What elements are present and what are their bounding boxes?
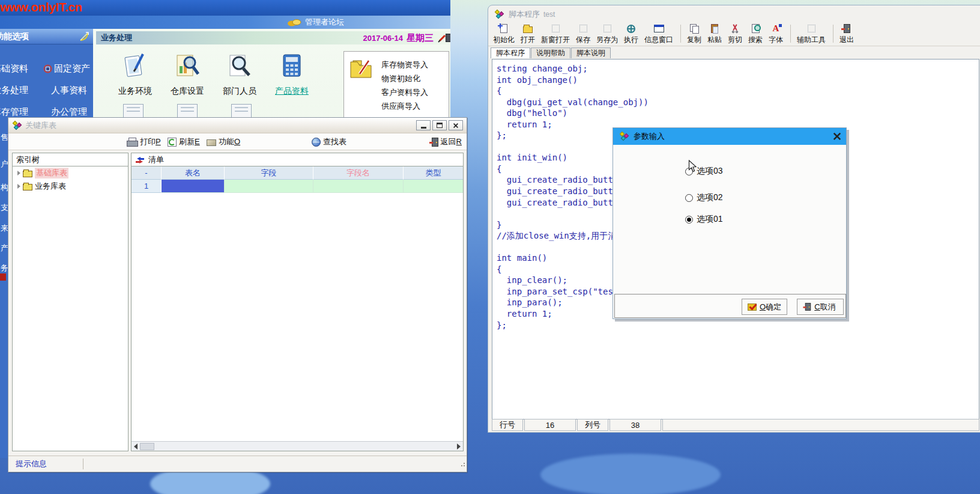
sidebar-item-hr[interactable]: 人事资料 <box>51 84 87 96</box>
toolbar-separator <box>833 25 833 43</box>
panel-title: 业务处理 <box>101 32 132 43</box>
exit-icon[interactable] <box>446 34 450 42</box>
run-compass-icon <box>627 25 635 33</box>
menu-item-import-customers[interactable]: 客户资料导入 <box>381 85 428 99</box>
run-button[interactable]: 执行 <box>624 23 638 45</box>
shortcut-partial-icon[interactable] <box>123 104 144 118</box>
scroll-left-icon[interactable] <box>134 444 138 450</box>
script-toolbar: 初始化 打开 新窗打开 保存 另存为 执行 信息窗口 复制 粘贴 剪切 搜索 A… <box>488 23 980 46</box>
save-as-button[interactable]: 另存为 <box>596 23 618 45</box>
paste-button[interactable]: 粘贴 <box>707 23 722 45</box>
shortcut-warehouse-setup[interactable]: 仓库设置 <box>162 52 213 97</box>
script-titlebar[interactable]: 脚本程序 test <box>488 7 980 22</box>
row-number-cell[interactable]: 1 <box>132 180 162 193</box>
column-header-index[interactable]: - <box>132 166 162 180</box>
refresh-icon <box>168 138 177 147</box>
sidebar-item-office[interactable]: 办公管理 <box>51 106 87 118</box>
disabled-icon <box>552 25 560 32</box>
scrollbar-thumb[interactable] <box>140 443 154 450</box>
function-button[interactable]: 功能O <box>207 136 240 148</box>
table-cell-selected[interactable] <box>162 180 225 193</box>
folder-icon <box>23 171 32 177</box>
copy-button[interactable]: 复制 <box>687 23 701 45</box>
menu-item-import-inventory[interactable]: 库存物资导入 <box>381 58 428 72</box>
expand-arrow-icon[interactable] <box>17 171 20 175</box>
open-folder-icon <box>523 26 533 33</box>
message-window-button[interactable]: 信息窗口 <box>644 23 673 45</box>
table-cell[interactable] <box>313 180 404 193</box>
open-new-window-button[interactable]: 新窗打开 <box>541 23 570 45</box>
tree-item-base-tables[interactable]: 基础库表 <box>13 166 128 180</box>
minimize-button[interactable] <box>416 120 431 130</box>
radio-circle-selected[interactable] <box>685 216 693 224</box>
message-window-icon <box>654 25 664 32</box>
dialog-close-icon[interactable] <box>833 131 841 142</box>
script-window-subtitle: test <box>543 10 555 19</box>
disabled-icon <box>579 25 587 32</box>
globe-search-icon <box>312 138 321 147</box>
font-button[interactable]: A字体 <box>769 23 783 45</box>
aux-tools-button[interactable]: 辅助工具 <box>797 23 826 45</box>
init-button[interactable]: 初始化 <box>493 23 515 45</box>
menu-item-import-suppliers[interactable]: 供应商导入 <box>381 99 428 113</box>
doc-magnifier-chart-icon <box>174 52 201 81</box>
close-button[interactable] <box>449 120 463 130</box>
code-line: dbg("hello") <box>497 108 979 119</box>
tab-script[interactable]: 脚本程序 <box>491 47 530 58</box>
exit-button[interactable]: 退出 <box>839 23 854 45</box>
status-message: 提示信息 <box>16 459 47 469</box>
shortcut-partial-icon[interactable] <box>231 104 252 118</box>
shortcut-product-data[interactable]: 产品资料 <box>267 52 317 97</box>
column-header-table-name[interactable]: 表名 <box>162 166 225 180</box>
tab-script-notes[interactable]: 脚本说明 <box>571 47 611 58</box>
menu-item-init-materials[interactable]: 物资初始化 <box>381 72 428 85</box>
column-header-field-name[interactable]: 字段名 <box>313 166 404 180</box>
font-icon: A <box>773 24 779 33</box>
tree-item-business-tables[interactable]: 业务库表 <box>13 180 128 193</box>
list-arrows-icon <box>135 156 145 163</box>
app-diamonds-icon <box>619 132 630 141</box>
resize-grip[interactable] <box>460 462 465 466</box>
forum-banner[interactable]: 管理者论坛 <box>0 16 450 29</box>
sidebar-item-inventory[interactable]: 库存管理 <box>0 106 28 118</box>
search-button[interactable]: 搜索 <box>748 23 763 45</box>
scroll-right-icon[interactable] <box>457 444 461 450</box>
strip-marker <box>0 273 6 281</box>
main-titlebar[interactable]: www.onlyIT.cn <box>0 0 450 16</box>
table-cell[interactable] <box>404 180 463 193</box>
tab-help[interactable]: 说明帮助 <box>531 47 570 58</box>
radio-circle[interactable] <box>685 194 693 202</box>
fixed-assets-icon <box>43 64 52 73</box>
shortcut-business-env[interactable]: 业务环境 <box>110 52 160 97</box>
sidebar-item-business[interactable]: 业务处理 <box>0 84 28 96</box>
sidebar-item-fixed-assets[interactable]: 固定资产 <box>43 63 90 75</box>
expand-arrow-icon[interactable] <box>17 184 20 189</box>
toolbar-separator <box>790 25 791 43</box>
open-button[interactable]: 打开 <box>521 23 535 45</box>
code-line: string change_obj; <box>497 63 979 75</box>
horizontal-scrollbar[interactable] <box>132 441 463 451</box>
dialog-titlebar[interactable]: 参数输入 <box>613 128 846 145</box>
maximize-button[interactable] <box>432 120 447 130</box>
bow-arrow-icon <box>79 31 89 42</box>
return-button[interactable]: 返回R <box>432 136 462 148</box>
column-header-type[interactable]: 类型 <box>404 166 463 180</box>
find-table-button[interactable]: 查找表 <box>312 136 346 148</box>
table-cell[interactable] <box>225 180 313 193</box>
column-header-field[interactable]: 字段 <box>225 166 313 180</box>
cancel-button[interactable]: C取消 <box>797 299 844 315</box>
refresh-button[interactable]: 刷新E <box>168 136 200 148</box>
panel-header: 业务处理 2017-06-14 星期三 <box>96 31 449 44</box>
ok-button[interactable]: O确定 <box>742 299 787 315</box>
radio-option-01[interactable]: 选项01 <box>685 214 723 225</box>
save-button[interactable]: 保存 <box>576 23 590 45</box>
shortcut-partial-icon[interactable] <box>177 104 198 118</box>
cut-button[interactable]: 剪切 <box>728 23 742 45</box>
radio-option-02[interactable]: 选项02 <box>685 192 723 203</box>
sidebar-item-base-data[interactable]: 基础资料 <box>0 63 28 75</box>
key-tables-titlebar[interactable]: 关键库表 <box>8 118 467 133</box>
disabled-icon <box>603 25 611 32</box>
print-button[interactable]: 打印P <box>127 136 161 148</box>
shortcut-department-staff[interactable]: 部门人员 <box>214 52 265 97</box>
exit-door-icon <box>432 138 438 147</box>
